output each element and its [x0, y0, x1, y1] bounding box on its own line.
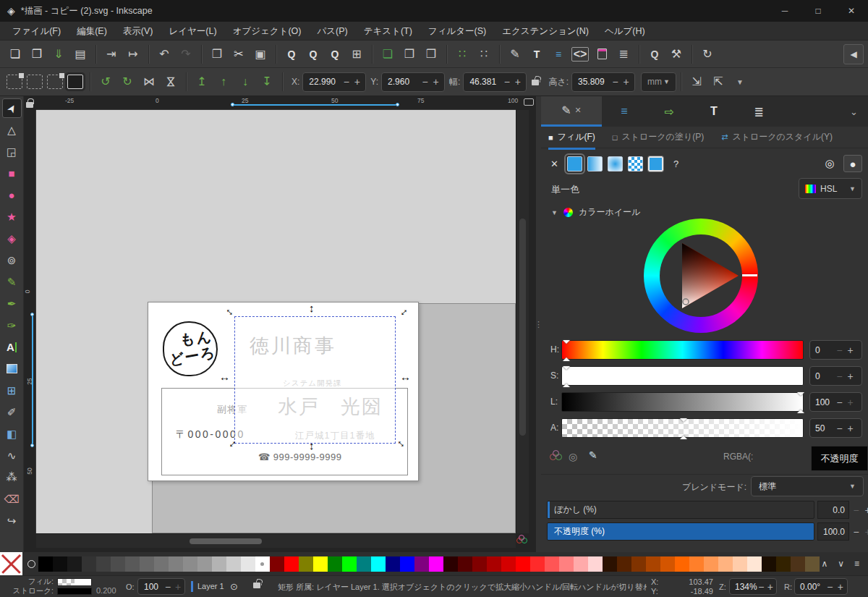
scale-corners-toggle-button[interactable]: ⇱	[707, 72, 729, 92]
palette-swatch[interactable]	[487, 556, 501, 572]
no-color-indicator[interactable]	[0, 552, 22, 575]
palette-menu-icon[interactable]: ≡	[854, 559, 859, 569]
palette-swatch[interactable]	[125, 556, 140, 572]
text-dialog-button[interactable]: T	[526, 44, 548, 64]
a-value-field[interactable]: 50−+	[809, 418, 862, 438]
blur-slider[interactable]: ぼかし (%)	[547, 501, 814, 519]
palette-swatch[interactable]	[197, 556, 212, 572]
group-button[interactable]: ∷	[451, 44, 473, 64]
horizontal-ruler[interactable]: -250255075100	[36, 96, 516, 110]
fill-rule-nonzero-icon[interactable]: ●	[843, 155, 862, 172]
palette-swatch[interactable]	[805, 556, 820, 572]
palette-none-swatch[interactable]	[24, 556, 38, 572]
s-slider[interactable]	[561, 366, 804, 386]
palette-swatch[interactable]	[82, 556, 96, 572]
palette-swatch[interactable]	[342, 556, 357, 572]
text-tool[interactable]: A	[2, 337, 22, 357]
palette-swatch[interactable]	[501, 556, 516, 572]
scale-handle[interactable]: ↔	[400, 371, 411, 382]
blur-value[interactable]: 0.0	[817, 501, 849, 519]
copy-button[interactable]: ❐	[206, 44, 228, 64]
slider-marker[interactable]	[563, 340, 570, 361]
menu-path[interactable]: パス(P)	[309, 22, 355, 41]
connector-tool[interactable]: ↪	[2, 511, 22, 530]
preferences-button[interactable]: ⚒	[665, 44, 687, 64]
h-slider[interactable]	[561, 340, 804, 360]
menu-object[interactable]: オブジェクト(O)	[225, 22, 310, 41]
palette-swatch[interactable]	[718, 556, 733, 572]
star-tool[interactable]: ★	[2, 207, 22, 226]
blend-mode-dropdown[interactable]: 標準▼	[751, 476, 864, 496]
palette-swatch[interactable]	[241, 556, 255, 572]
raise-to-top-button[interactable]: ↥	[191, 72, 213, 92]
scale-handle[interactable]: ↔	[219, 371, 230, 382]
palette-swatch[interactable]	[689, 556, 704, 572]
dialog-tab-align[interactable]: ≣	[736, 96, 781, 127]
slider-marker[interactable]	[797, 392, 804, 413]
fill-type-flat-color-button[interactable]	[567, 156, 582, 172]
menu-edit[interactable]: 編集(E)	[69, 22, 115, 41]
palette-swatch[interactable]	[545, 556, 559, 572]
cut-button[interactable]: ✂	[228, 44, 250, 64]
scale-handle[interactable]: ↕	[309, 302, 315, 313]
pencil-tool[interactable]: ✎	[2, 272, 22, 292]
fill-color-swatch[interactable]	[57, 578, 92, 586]
tweak-tool[interactable]: ∿	[2, 446, 22, 465]
subtab-fill[interactable]: ■フィル(F)	[548, 131, 595, 150]
collapse-toolbar-button[interactable]: ◀	[843, 44, 864, 64]
palette-swatch[interactable]	[559, 556, 574, 572]
rotate-ccw-button[interactable]: ↺	[95, 72, 116, 92]
find-replace-button[interactable]: Q	[644, 44, 665, 64]
palette-swatch[interactable]	[96, 556, 111, 572]
close-dialog-icon[interactable]: ✕	[575, 106, 582, 115]
hue-marker[interactable]	[742, 274, 757, 276]
eraser-tool[interactable]: ⌫	[2, 489, 22, 509]
a-slider[interactable]	[561, 418, 804, 438]
palette-swatch[interactable]	[299, 556, 313, 572]
palette-swatch[interactable]	[270, 556, 284, 572]
redo-button[interactable]: ↷	[175, 44, 197, 64]
dialog-tab-text[interactable]: T	[692, 96, 736, 127]
duplicate-button[interactable]: ❏	[377, 44, 399, 64]
selected-rectangle[interactable]	[234, 316, 396, 444]
fill-type-linear-gradient-button[interactable]	[587, 156, 603, 172]
align-distribute-button[interactable]: ≣	[613, 44, 634, 64]
palette-swatch[interactable]	[574, 556, 588, 572]
x-field[interactable]: 22.990−+	[302, 72, 366, 92]
palette-swatch[interactable]	[67, 556, 82, 572]
palette-swatch[interactable]	[762, 556, 776, 572]
undo-history-button[interactable]: ↻	[697, 44, 718, 64]
selector-tool[interactable]: ➤	[2, 98, 22, 118]
menu-text[interactable]: テキスト(T)	[356, 22, 420, 41]
clone-button[interactable]: ❐	[399, 44, 420, 64]
opacity-value[interactable]: 100.0	[817, 522, 849, 541]
fill-type-radial-gradient-button[interactable]	[608, 156, 623, 172]
ellipse-tool[interactable]: ●	[2, 185, 22, 205]
palette-swatch[interactable]	[183, 556, 197, 572]
current-layer-select[interactable]: Layer 1	[197, 582, 224, 590]
panel-splitter-handle[interactable]: ⋮	[536, 96, 541, 552]
layers-dialog-button[interactable]: ≡	[548, 44, 569, 64]
stroke-width-value[interactable]: 0.200	[96, 586, 116, 595]
palette-swatch[interactable]	[733, 556, 747, 572]
close-button[interactable]: ✕	[835, 0, 868, 22]
palette-down-icon[interactable]: ∨	[838, 559, 844, 569]
rectangle-tool[interactable]: ■	[2, 164, 22, 183]
print-button[interactable]: ▤	[69, 44, 91, 64]
palette-swatch[interactable]	[588, 556, 603, 572]
dialog-tab-layers[interactable]: ≡	[602, 96, 647, 127]
palette-swatch[interactable]	[429, 556, 443, 572]
crest-logo[interactable]: もん どーろ	[163, 321, 218, 376]
unit-select[interactable]: mm▼	[641, 72, 676, 92]
menu-filters[interactable]: フィルター(S)	[420, 22, 494, 41]
palette-swatch[interactable]	[386, 556, 400, 572]
subtab-stroke-paint[interactable]: □ストロークの塗り(P)	[613, 131, 704, 148]
zoom-center-button[interactable]: ⊞	[346, 44, 367, 64]
palette-swatch[interactable]	[516, 556, 530, 572]
rotation-field[interactable]: 0.00°−+	[794, 578, 848, 595]
vertical-scrollbar[interactable]	[516, 110, 529, 533]
lower-button[interactable]: ↓	[234, 72, 256, 92]
palette-swatch[interactable]	[530, 556, 545, 572]
scale-stroke-toggle-button[interactable]: ⇲	[686, 72, 707, 92]
save-document-button[interactable]: ⇓	[48, 44, 69, 64]
